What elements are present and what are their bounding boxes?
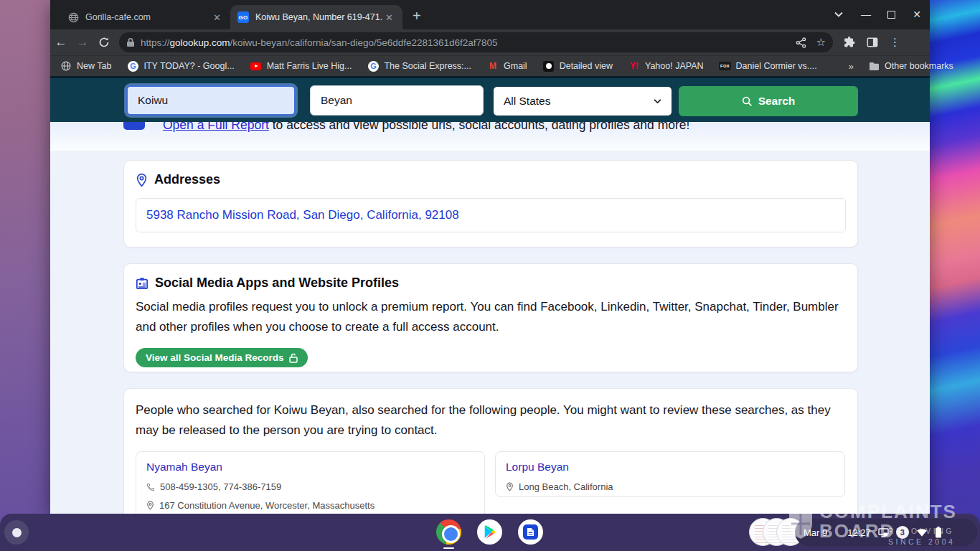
tab-title: Gorilla-cafe.com xyxy=(85,12,211,22)
addresses-heading: Addresses xyxy=(136,172,846,187)
browser-window: Gorilla-cafe.com ✕ GO Koiwu Beyan, Numbe… xyxy=(50,0,930,514)
people-search-bar: All States Search xyxy=(50,76,930,122)
play-store-app-icon[interactable] xyxy=(477,519,502,545)
shelf-date: Mar 9 xyxy=(804,527,827,538)
person-card: Nyamah Beyan 508-459-1305, 774-386-7159 xyxy=(136,451,485,514)
extensions-puzzle-icon[interactable] xyxy=(843,37,855,49)
social-media-heading: Social Media Apps and Website Profiles xyxy=(136,276,846,291)
google-icon: G xyxy=(367,60,379,72)
golookup-favicon: GO xyxy=(237,11,249,23)
menu-kebab-icon[interactable]: ⋮ xyxy=(890,36,900,49)
window-controls: — ✕ xyxy=(833,4,923,24)
bookmarks-bar: New Tab GITY TODAY? - Googl... Matt Farr… xyxy=(50,55,930,76)
state-select[interactable]: All States xyxy=(494,87,672,116)
clipped-report-icon xyxy=(123,122,145,130)
battery-icon xyxy=(935,527,942,538)
url-text: https://golookup.com/koiwu-beyan/califor… xyxy=(141,37,498,48)
tab-close-icon[interactable]: ✕ xyxy=(383,12,395,23)
unlock-icon xyxy=(289,353,298,363)
close-button[interactable]: ✕ xyxy=(911,9,923,20)
globe-icon xyxy=(67,11,79,23)
browser-toolbar: ← → https://golookup.com/koiwu-beyan/cal… xyxy=(50,29,930,55)
status-tray[interactable]: Mar 9 12:27 3 xyxy=(795,519,977,546)
shelf-time: 12:27 xyxy=(847,527,871,538)
other-bookmarks[interactable]: Other bookmarks xyxy=(868,60,953,72)
screen-share-icon xyxy=(878,528,889,537)
bookmark-daniel-cormier[interactable]: FOXDaniel Cormier vs.... xyxy=(720,60,817,72)
address-link[interactable]: 5938 Rancho Mission Road, San Diego, Cal… xyxy=(146,208,459,222)
bookmark-gmail[interactable]: MGmail xyxy=(487,60,527,72)
toolbar-actions: ⋮ xyxy=(843,36,900,49)
bookmark-new-tab[interactable]: New Tab xyxy=(60,60,111,72)
launcher-button[interactable] xyxy=(4,520,29,545)
folder-icon xyxy=(868,60,880,72)
yahoo-icon: Y! xyxy=(628,60,640,72)
search-icon xyxy=(742,96,753,107)
maximize-button[interactable] xyxy=(887,11,895,19)
detailed-view-icon xyxy=(543,60,555,72)
wifi-icon xyxy=(916,528,928,537)
last-name-input[interactable] xyxy=(310,85,484,116)
tab-title: Koiwu Beyan, Number 619-471... xyxy=(255,12,383,22)
first-name-input[interactable] xyxy=(126,85,296,116)
active-app-indicator xyxy=(443,547,454,550)
share-icon[interactable] xyxy=(796,37,806,48)
chrome-app-icon[interactable] xyxy=(436,519,461,545)
tab-close-icon[interactable]: ✕ xyxy=(211,12,223,23)
golookup-page: Open a Full Report to access and view po… xyxy=(50,76,930,514)
location-pin-icon xyxy=(136,173,148,187)
pin-icon xyxy=(146,501,154,510)
pin-icon xyxy=(506,482,514,491)
chromeos-shelf: Mar 9 12:27 3 xyxy=(0,514,980,551)
bookmark-star-icon[interactable]: ☆ xyxy=(816,36,826,49)
social-media-description: Social media profiles request you to unl… xyxy=(136,297,846,337)
social-media-card: Social Media Apps and Website Profiles S… xyxy=(123,263,858,372)
person-card: Lorpu Beyan Long Beach, California xyxy=(495,451,845,497)
address-bar[interactable]: https://golookup.com/koiwu-beyan/califor… xyxy=(119,32,833,52)
google-icon: G xyxy=(127,60,138,72)
tab-gorilla-cafe[interactable]: Gorilla-cafe.com ✕ xyxy=(60,5,230,29)
search-button[interactable]: Search xyxy=(679,86,858,116)
bookmarks-overflow-icon[interactable]: » xyxy=(849,61,852,72)
chevron-down-icon xyxy=(654,99,661,104)
bookmark-yahoo-japan[interactable]: Y!Yahoo! JAPAN xyxy=(628,60,704,72)
globe-icon xyxy=(60,60,72,72)
back-icon[interactable]: ← xyxy=(50,35,72,50)
bookmark-matt-farris[interactable]: Matt Farris Live Hig... xyxy=(250,60,352,72)
forward-icon[interactable]: → xyxy=(72,35,93,50)
youtube-icon xyxy=(250,60,262,72)
person-phones: 508-459-1305, 774-386-7159 xyxy=(146,481,474,492)
bookmark-social-express[interactable]: GThe Social Express:... xyxy=(367,60,471,72)
reload-icon[interactable] xyxy=(93,37,115,48)
files-app-icon[interactable] xyxy=(518,519,543,545)
addresses-card: Addresses 5938 Rancho Mission Road, San … xyxy=(123,160,858,248)
gmail-icon: M xyxy=(487,60,499,72)
view-social-records-button[interactable]: View all Social Media Records xyxy=(136,348,308,367)
minimize-button[interactable]: — xyxy=(860,9,872,20)
tab-strip: Gorilla-cafe.com ✕ GO Koiwu Beyan, Numbe… xyxy=(50,0,930,29)
report-banner: Open a Full Report to access and view po… xyxy=(50,122,930,151)
related-searches-intro: People who searched for Koiwu Beyan, als… xyxy=(136,400,846,441)
contact-card-icon xyxy=(136,277,149,290)
notification-count-badge: 3 xyxy=(896,526,909,539)
fox-icon: FOX xyxy=(720,60,731,72)
person-address: Long Beach, California xyxy=(506,481,834,492)
bookmark-detailed-view[interactable]: Detailed view xyxy=(543,60,613,72)
person-name-link[interactable]: Lorpu Beyan xyxy=(506,461,834,474)
address-row: 5938 Rancho Mission Road, San Diego, Cal… xyxy=(136,198,846,232)
person-name-link[interactable]: Nyamah Beyan xyxy=(146,461,474,474)
phone-icon xyxy=(146,483,155,491)
tab-koiwu-beyan-active[interactable]: GO Koiwu Beyan, Number 619-471... ✕ xyxy=(230,5,402,29)
person-address: 167 Constitution Avenue, Worcester, Mass… xyxy=(146,500,474,511)
related-searches-card: People who searched for Koiwu Beyan, als… xyxy=(123,388,858,514)
new-tab-button[interactable]: + xyxy=(413,9,421,23)
tab-search-chevron-icon[interactable] xyxy=(833,9,844,20)
lock-icon xyxy=(126,37,135,47)
bookmark-ity-today[interactable]: GITY TODAY? - Googl... xyxy=(127,60,234,72)
side-panel-icon[interactable] xyxy=(867,37,878,48)
